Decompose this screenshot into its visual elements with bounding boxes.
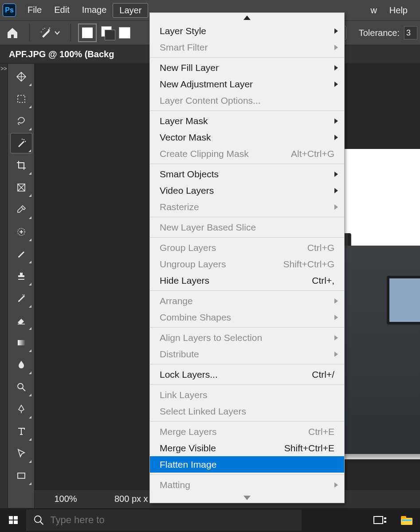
menu-item-vector-mask[interactable]: Vector Mask <box>150 129 344 145</box>
pattern-swatch[interactable] <box>119 27 130 39</box>
move-tool[interactable] <box>10 66 32 87</box>
taskbar-search[interactable] <box>27 509 302 531</box>
menu-item-label: Flatten Image <box>160 459 216 470</box>
history-brush-tool[interactable] <box>10 288 32 309</box>
menu-item-select-linked-layers: Select Linked Layers <box>150 403 344 419</box>
menu-item-label: Arrange <box>160 296 193 306</box>
menu-item-lock-layers[interactable]: Lock Layers...Ctrl+/ <box>150 366 344 383</box>
submenu-arrow-icon <box>334 352 338 357</box>
menu-file[interactable]: File <box>21 3 48 18</box>
submenu-arrow-icon <box>334 135 338 140</box>
start-button[interactable] <box>0 508 27 532</box>
menu-edit[interactable]: Edit <box>48 3 75 18</box>
menu-item-label: Select Linked Layers <box>160 406 246 417</box>
menu-item-distribute: Distribute <box>150 346 344 362</box>
tool-preset-picker[interactable] <box>37 26 63 40</box>
submenu-arrow-icon <box>334 45 338 50</box>
menu-item-new-layer-based-slice: New Layer Based Slice <box>150 219 344 235</box>
svg-point-6 <box>21 139 22 140</box>
menu-item-video-layers[interactable]: Video Layers <box>150 182 344 199</box>
rectangle-tool[interactable] <box>10 466 32 486</box>
menu-layer[interactable]: Layer <box>113 3 148 18</box>
menu-separator <box>150 110 344 111</box>
eyedropper-tool[interactable] <box>10 200 32 220</box>
lasso-tool[interactable] <box>10 111 32 131</box>
menu-scroll-down[interactable] <box>150 493 344 503</box>
svg-rect-29 <box>402 520 412 521</box>
menu-item-layer-mask[interactable]: Layer Mask <box>150 113 344 129</box>
svg-rect-24 <box>374 516 383 524</box>
swap-swatch-icon[interactable] <box>101 26 114 39</box>
separator <box>71 24 71 42</box>
svg-rect-14 <box>18 340 25 345</box>
menu-scroll-up[interactable] <box>150 13 344 23</box>
menu-separator <box>150 474 344 475</box>
task-view-button[interactable] <box>367 508 393 532</box>
eraser-tool[interactable] <box>10 310 32 331</box>
document-tab[interactable]: APF.JPG @ 100% (Backg <box>9 49 114 59</box>
menu-item-rasterize: Rasterize <box>150 199 344 215</box>
menu-item-merge-visible[interactable]: Merge VisibleShift+Ctrl+E <box>150 440 344 456</box>
tolerance-input[interactable] <box>404 26 417 39</box>
submenu-arrow-icon <box>334 82 338 87</box>
menu-shortcut: Ctrl+G <box>307 243 334 253</box>
menu-item-label: Layer Style <box>160 26 206 36</box>
menu-item-hide-layers[interactable]: Hide LayersCtrl+, <box>150 272 344 289</box>
search-input[interactable] <box>50 514 295 526</box>
menu-shortcut: Ctrl+E <box>308 426 334 437</box>
submenu-arrow-icon <box>334 315 338 320</box>
menu-shortcut: Ctrl+, <box>312 275 334 286</box>
submenu-arrow-icon <box>334 298 338 304</box>
menu-item-link-layers: Link Layers <box>150 387 344 403</box>
panel-collapse-gutter[interactable]: >> <box>0 64 8 508</box>
menu-item-group-layers: Group LayersCtrl+G <box>150 239 344 256</box>
menu-item-label: Create Clipping Mask <box>160 149 249 159</box>
crop-tool[interactable] <box>10 155 32 176</box>
search-icon <box>33 514 44 526</box>
menu-item-smart-objects[interactable]: Smart Objects <box>150 166 344 182</box>
svg-rect-25 <box>384 517 386 519</box>
menu-item-label: Merge Layers <box>160 426 216 437</box>
file-explorer-icon[interactable] <box>393 508 420 532</box>
menu-separator <box>150 164 344 164</box>
separator <box>29 24 30 42</box>
menu-help[interactable]: Help <box>383 4 414 17</box>
menu-item-label: New Adjustment Layer <box>160 79 253 90</box>
tolerance-label: Tolerance: <box>359 28 400 38</box>
blur-tool[interactable] <box>10 355 32 375</box>
menu-shortcut: Alt+Ctrl+G <box>291 149 334 159</box>
zoom-readout[interactable]: 100% <box>35 494 97 504</box>
gradient-tool[interactable] <box>10 332 32 353</box>
svg-rect-28 <box>401 516 406 519</box>
fill-mode-swatch[interactable] <box>78 23 97 42</box>
home-button[interactable] <box>3 24 22 42</box>
menu-separator <box>150 384 344 385</box>
pen-tool[interactable] <box>10 399 32 419</box>
svg-rect-27 <box>401 518 412 525</box>
type-tool[interactable] <box>10 421 32 442</box>
path-select-tool[interactable] <box>10 443 32 464</box>
menu-item-label: Group Layers <box>160 243 216 253</box>
svg-rect-3 <box>18 95 25 102</box>
healing-brush-tool[interactable] <box>10 222 32 242</box>
menu-w[interactable]: w <box>364 4 383 17</box>
frame-tool[interactable] <box>10 177 32 198</box>
menu-shortcut: Shift+Ctrl+G <box>283 259 334 270</box>
windows-taskbar <box>0 508 420 532</box>
menu-separator <box>150 290 344 291</box>
svg-point-22 <box>35 516 41 523</box>
menu-item-label: Combine Shapes <box>160 312 231 323</box>
menu-item-flatten-image[interactable]: Flatten Image <box>150 456 344 473</box>
magic-wand-tool[interactable] <box>10 133 32 153</box>
marquee-tool[interactable] <box>10 89 32 109</box>
dodge-tool[interactable] <box>10 377 32 397</box>
stamp-tool[interactable] <box>10 266 32 286</box>
menu-item-new-fill-layer[interactable]: New Fill Layer <box>150 59 344 76</box>
menu-image[interactable]: Image <box>76 3 113 18</box>
menu-item-layer-style[interactable]: Layer Style <box>150 23 344 39</box>
brush-tool[interactable] <box>10 244 32 264</box>
menu-item-new-adjustment-layer[interactable]: New Adjustment Layer <box>150 76 344 92</box>
menu-shortcut: Ctrl+/ <box>312 369 334 380</box>
svg-rect-21 <box>14 520 18 524</box>
menu-item-combine-shapes: Combine Shapes <box>150 309 344 325</box>
